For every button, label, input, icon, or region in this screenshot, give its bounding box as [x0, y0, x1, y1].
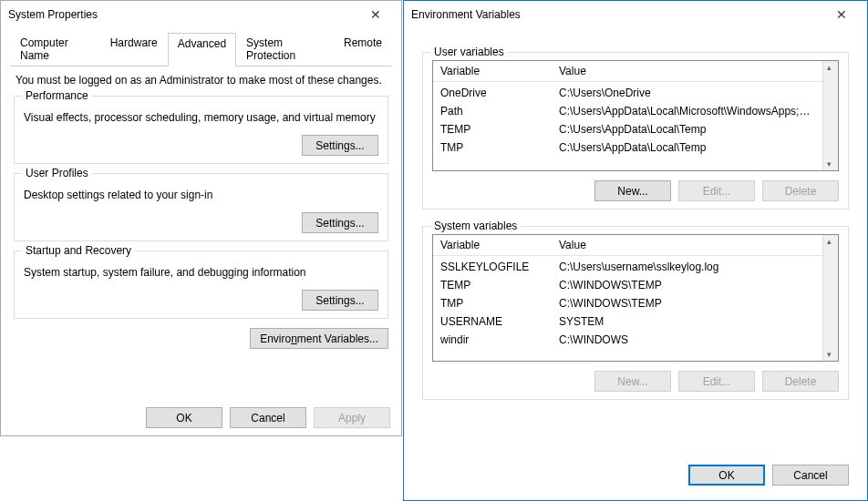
table-row[interactable]: SSLKEYLOGFILEC:\Users\username\sslkeylog…: [433, 258, 822, 276]
close-icon[interactable]: ✕: [357, 2, 394, 27]
variable-value: C:\WINDOWS: [552, 332, 822, 347]
user-profiles-settings-button[interactable]: Settings...: [302, 212, 378, 233]
table-row[interactable]: TMPC:\Users\AppData\Local\Temp: [433, 138, 822, 157]
tab-remote[interactable]: Remote: [334, 32, 392, 66]
variable-value: C:\WINDOWS\TEMP: [552, 278, 822, 292]
variable-value: C:\Users\username\sslkeylog.log: [552, 260, 822, 274]
tab-system-protection[interactable]: System Protection: [236, 32, 334, 66]
variable-value: C:\Users\OneDrive: [552, 86, 822, 100]
performance-group: Performance Visual effects, processor sc…: [14, 96, 388, 164]
intro-text: You must be logged on as an Administrato…: [16, 74, 387, 87]
variable-value: C:\Users\AppData\Local\Temp: [552, 122, 822, 137]
variable-name: OneDrive: [433, 86, 552, 100]
user-profiles-desc: Desktop settings related to your sign-in: [24, 189, 378, 201]
dialog-title: Environment Variables: [411, 8, 823, 21]
close-icon[interactable]: ✕: [823, 2, 860, 27]
titlebar: System Properties ✕: [1, 1, 401, 28]
variable-name: TMP: [433, 140, 552, 155]
variable-name: SSLKEYLOGFILE: [433, 260, 552, 274]
performance-desc: Visual effects, processor scheduling, me…: [24, 111, 378, 124]
startup-settings-button[interactable]: Settings...: [302, 290, 378, 311]
table-row[interactable]: OneDriveC:\Users\OneDrive: [433, 84, 822, 102]
ok-button[interactable]: OK: [146, 407, 222, 428]
user-delete-button[interactable]: Delete: [762, 180, 839, 201]
dialog-title: System Properties: [8, 8, 357, 21]
variable-name: windir: [433, 332, 552, 347]
cancel-button[interactable]: Cancel: [772, 465, 849, 486]
scrollbar[interactable]: [822, 61, 838, 170]
variable-name: Path: [433, 104, 552, 118]
system-variables-group: System variables Variable Value SSLKEYLO…: [422, 226, 849, 400]
ok-button[interactable]: OK: [688, 465, 765, 486]
variable-name: TEMP: [433, 278, 552, 292]
column-header-value[interactable]: Value: [552, 235, 822, 255]
variable-value: C:\Users\AppData\Local\Temp: [552, 140, 822, 155]
system-properties-dialog: System Properties ✕ Computer Name Hardwa…: [0, 0, 402, 436]
table-row[interactable]: USERNAMESYSTEM: [433, 312, 822, 331]
variable-name: TMP: [433, 296, 552, 311]
startup-desc: System startup, system failure, and debu…: [24, 266, 378, 279]
cancel-button[interactable]: Cancel: [230, 407, 306, 428]
tab-hardware[interactable]: Hardware: [100, 32, 168, 66]
environment-variables-button[interactable]: Environment Variables...: [250, 328, 388, 349]
startup-legend: Startup and Recovery: [22, 244, 135, 257]
user-new-button[interactable]: New...: [594, 180, 671, 201]
table-row[interactable]: PathC:\Users\AppData\Local\Microsoft\Win…: [433, 102, 822, 120]
variable-name: TEMP: [433, 122, 552, 137]
scrollbar[interactable]: [822, 235, 838, 361]
apply-button[interactable]: Apply: [314, 407, 390, 428]
user-variables-legend: User variables: [430, 46, 508, 58]
table-row[interactable]: TEMPC:\WINDOWS\TEMP: [433, 276, 822, 294]
tab-strip: Computer Name Hardware Advanced System P…: [10, 32, 392, 66]
table-row[interactable]: windirC:\WINDOWS: [433, 331, 822, 349]
system-edit-button[interactable]: Edit...: [678, 371, 755, 392]
variable-value: C:\WINDOWS\TEMP: [552, 296, 822, 311]
performance-legend: Performance: [22, 89, 92, 102]
table-row[interactable]: TMPC:\WINDOWS\TEMP: [433, 294, 822, 312]
titlebar: Environment Variables ✕: [404, 1, 867, 28]
performance-settings-button[interactable]: Settings...: [302, 135, 378, 156]
table-row[interactable]: TEMPC:\Users\AppData\Local\Temp: [433, 120, 822, 138]
tab-computer-name[interactable]: Computer Name: [10, 32, 100, 66]
system-new-button[interactable]: New...: [594, 371, 671, 392]
user-edit-button[interactable]: Edit...: [678, 180, 755, 201]
column-header-value[interactable]: Value: [552, 61, 822, 81]
user-variables-list[interactable]: Variable Value OneDriveC:\Users\OneDrive…: [432, 60, 839, 171]
variable-value: SYSTEM: [552, 314, 822, 329]
variable-name: USERNAME: [433, 314, 552, 329]
user-profiles-group: User Profiles Desktop settings related t…: [14, 173, 388, 241]
column-header-variable[interactable]: Variable: [433, 235, 552, 255]
variable-value: C:\Users\AppData\Local\Microsoft\Windows…: [552, 104, 822, 118]
tab-advanced[interactable]: Advanced: [168, 33, 236, 66]
user-variables-group: User variables Variable Value OneDriveC:…: [422, 52, 849, 210]
environment-variables-dialog: Environment Variables ✕ User variables V…: [403, 0, 868, 501]
system-variables-legend: System variables: [430, 220, 521, 232]
startup-recovery-group: Startup and Recovery System startup, sys…: [14, 250, 388, 319]
column-header-variable[interactable]: Variable: [433, 61, 552, 81]
user-profiles-legend: User Profiles: [22, 167, 92, 179]
system-variables-list[interactable]: Variable Value SSLKEYLOGFILEC:\Users\use…: [432, 234, 839, 362]
system-delete-button[interactable]: Delete: [762, 371, 839, 392]
